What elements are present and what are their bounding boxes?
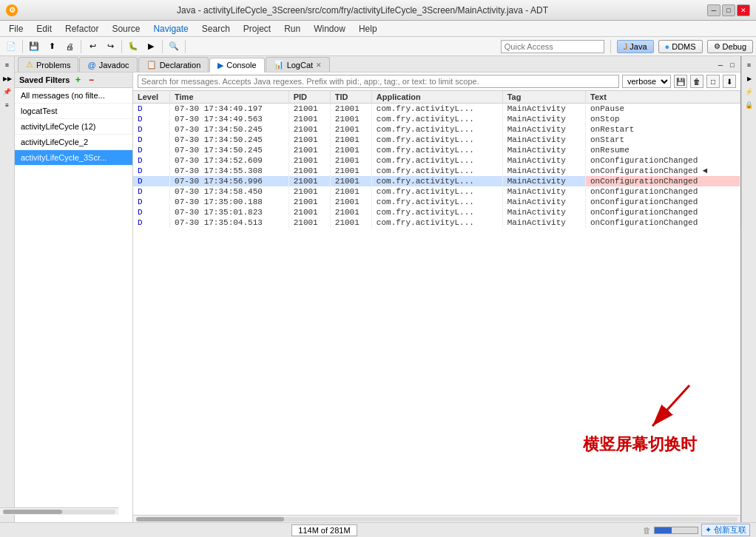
menu-search[interactable]: Search — [196, 22, 236, 36]
filter-all-messages[interactable]: All messages (no filte... — [15, 88, 132, 104]
filter-scrollbar-thumb[interactable] — [15, 510, 62, 514]
log-cell-0: D — [133, 135, 170, 145]
toolbar-debug-btn[interactable]: 🐛 — [125, 39, 141, 54]
log-table-container[interactable]: Level Time PID TID Application Tag Text … — [133, 91, 740, 515]
menu-source[interactable]: Source — [106, 22, 146, 36]
right-sidebar-icon-1[interactable]: ≡ — [743, 59, 755, 71]
log-table-row[interactable]: D07-30 17:34:49.5632100121001com.fry.act… — [133, 114, 740, 124]
add-filter-btn[interactable]: + — [72, 75, 83, 85]
tab-console[interactable]: ▶ Console — [209, 58, 264, 72]
menu-edit[interactable]: Edit — [30, 22, 58, 36]
log-search-input[interactable] — [138, 75, 619, 88]
status-progress — [654, 527, 698, 534]
toolbar-sep-4 — [162, 40, 163, 53]
close-button[interactable]: ✕ — [737, 4, 750, 16]
log-cell-1: 07-30 17:35:00.188 — [170, 197, 289, 207]
log-cell-2: 21001 — [288, 155, 330, 166]
toolbar-save-all-btn[interactable]: ⬆ — [44, 39, 60, 54]
filter-activity-2[interactable]: activityLifeCycle_2 — [15, 135, 132, 150]
left-sidebar: ≡ ▶▶ 📌 ≡ — [0, 56, 15, 522]
perspective-debug-btn[interactable]: ⚙ Debug — [707, 40, 753, 53]
menu-navigate[interactable]: Navigate — [147, 22, 194, 36]
sidebar-icon-4[interactable]: ≡ — [1, 99, 13, 111]
filter-scrollbar[interactable] — [15, 507, 118, 515]
menu-help[interactable]: Help — [353, 22, 383, 36]
filter-activity-3[interactable]: activityLifeCycle_3Scr... — [15, 150, 132, 166]
sidebar-icon-1[interactable]: ≡ — [1, 59, 13, 71]
log-scrollbar[interactable] — [133, 515, 740, 522]
toolbar-run-btn[interactable]: ▶ — [143, 39, 159, 54]
tab-logcat-close[interactable]: ✕ — [316, 61, 322, 69]
tab-problems[interactable]: ⚠ Problems — [18, 57, 78, 72]
status-delete-icon: 🗑 — [643, 526, 651, 535]
log-cell-0: D — [133, 155, 170, 166]
toolbar-undo-btn[interactable]: ↩ — [84, 39, 101, 54]
col-application: Application — [371, 91, 502, 104]
filter-activity-12[interactable]: activityLifeCycle (12) — [15, 119, 132, 135]
menu-refactor[interactable]: Refactor — [59, 22, 104, 36]
tab-declaration[interactable]: 📋 Declaration — [138, 57, 209, 72]
log-cell-4: com.fry.activityL... — [371, 124, 502, 135]
log-scrollbar-thumb[interactable] — [136, 517, 284, 521]
log-table-row[interactable]: D07-30 17:34:52.6092100121001com.fry.act… — [133, 155, 740, 166]
toolbar-new-btn[interactable]: 📄 — [3, 39, 19, 54]
log-cell-3: 21001 — [330, 124, 371, 135]
log-clear-icon[interactable]: 🗑 — [690, 75, 703, 88]
log-cell-1: 07-30 17:34:50.245 — [170, 135, 289, 145]
menu-run[interactable]: Run — [278, 22, 306, 36]
tab-javadoc[interactable]: @ Javadoc — [79, 57, 137, 72]
log-table-row[interactable]: D07-30 17:35:01.8232100121001com.fry.act… — [133, 207, 740, 217]
sidebar-icon-3[interactable]: 📌 — [1, 86, 13, 98]
log-table-row[interactable]: D07-30 17:35:00.1882100121001com.fry.act… — [133, 197, 740, 207]
remove-filter-btn[interactable]: − — [86, 75, 96, 85]
menu-project[interactable]: Project — [237, 22, 277, 36]
toolbar-print-btn[interactable]: 🖨 — [61, 39, 78, 54]
log-table-row[interactable]: D07-30 17:34:56.9962100121001com.fry.act… — [133, 176, 740, 186]
log-cell-3: 21001 — [330, 197, 371, 207]
log-cell-1: 07-30 17:34:58.450 — [170, 186, 289, 197]
sidebar-icon-2[interactable]: ▶▶ — [1, 72, 13, 84]
log-cell-0: D — [133, 176, 170, 186]
minimize-button[interactable]: ─ — [707, 4, 720, 16]
log-download-icon[interactable]: ⬇ — [723, 75, 736, 88]
toolbar-save-btn[interactable]: 💾 — [26, 39, 42, 54]
log-cell-3: 21001 — [330, 145, 371, 155]
log-table-row[interactable]: D07-30 17:34:58.4502100121001com.fry.act… — [133, 186, 740, 197]
menu-window[interactable]: Window — [308, 22, 351, 36]
toolbar-redo-btn[interactable]: ↪ — [102, 39, 118, 54]
filter-logcat-test[interactable]: logcatTest — [15, 104, 132, 119]
log-toggle-icon[interactable]: □ — [706, 75, 720, 88]
log-table-row[interactable]: D07-30 17:35:04.5132100121001com.fry.act… — [133, 217, 740, 228]
maximize-button[interactable]: □ — [722, 4, 735, 16]
tab-minimize-icon[interactable]: ─ — [715, 60, 726, 70]
log-table-row[interactable]: D07-30 17:34:55.3082100121001com.fry.act… — [133, 166, 740, 176]
debug-perspective-label: Debug — [723, 42, 746, 51]
log-table-row[interactable]: D07-30 17:34:50.2452100121001com.fry.act… — [133, 145, 740, 155]
perspective-java-btn[interactable]: J Java — [617, 40, 654, 53]
problems-icon: ⚠ — [26, 60, 33, 70]
toolbar-sep-5 — [185, 40, 186, 53]
quick-access-area: J Java ● DDMS ⚙ Debug — [501, 40, 753, 53]
log-search-bar: verbose debug info warn error 💾 🗑 □ ⬇ — [133, 72, 740, 91]
toolbar-search-btn[interactable]: 🔍 — [166, 39, 182, 54]
right-sidebar-icon-3[interactable]: ⚡ — [743, 86, 755, 98]
log-level-select[interactable]: verbose debug info warn error — [622, 75, 671, 88]
log-cell-1: 07-30 17:34:55.308 — [170, 166, 289, 176]
log-table-row[interactable]: D07-30 17:34:49.1972100121001com.fry.act… — [133, 104, 740, 115]
main-content: ≡ ▶▶ 📌 ≡ ⚠ Problems @ Javadoc 📋 Declarat… — [0, 56, 756, 522]
log-scrollbar-track[interactable] — [136, 517, 738, 521]
quick-access-input[interactable] — [501, 40, 604, 53]
log-table-row[interactable]: D07-30 17:34:50.2452100121001com.fry.act… — [133, 135, 740, 145]
log-cell-2: 21001 — [288, 135, 330, 145]
tab-logcat[interactable]: 📊 LogCat ✕ — [266, 57, 330, 72]
log-table-row[interactable]: D07-30 17:34:50.2452100121001com.fry.act… — [133, 124, 740, 135]
right-sidebar-icon-4[interactable]: 🔒 — [743, 99, 755, 111]
tab-maximize-icon[interactable]: □ — [727, 60, 738, 70]
menu-file[interactable]: File — [3, 22, 29, 36]
right-sidebar-icon-2[interactable]: ▶ — [743, 72, 755, 84]
perspective-ddms-btn[interactable]: ● DDMS — [658, 40, 703, 53]
log-save-icon[interactable]: 💾 — [674, 75, 687, 88]
log-cell-1: 07-30 17:34:52.609 — [170, 155, 289, 166]
filter-scrollbar-track[interactable] — [15, 510, 115, 514]
log-cell-0: D — [133, 104, 170, 115]
